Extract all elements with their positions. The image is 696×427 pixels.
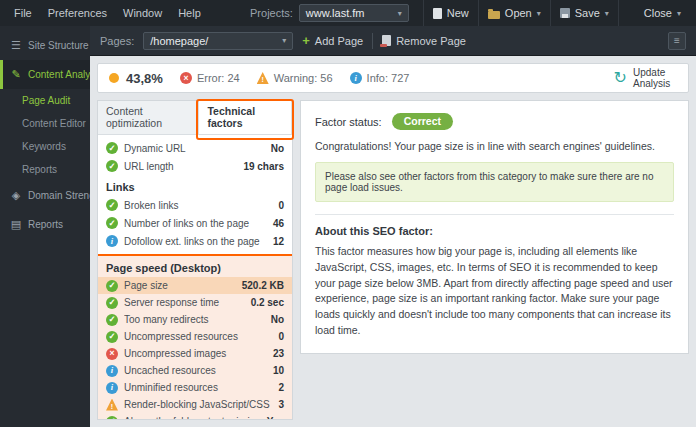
check-icon: ✓ [106,199,118,211]
chevron-down-icon: ▾ [398,9,402,18]
page-select[interactable]: /homepage/ ▾ [143,32,293,50]
panels: Content optimizationTechnical factors ✓D… [97,100,689,420]
sidebar-item-site-structure[interactable]: ☰Site Structure [0,31,90,60]
project-select-value: www.last.fm [306,7,365,19]
factor-row-unminified-resources[interactable]: iUnminified resources2 [98,379,292,396]
factor-row-uncached-resources[interactable]: iUncached resources10 [98,362,292,379]
factor-row-url-length[interactable]: ✓URL length19 chars [98,157,292,175]
plus-icon: + [302,34,310,47]
factor-label: Dofollow ext. links on the page [124,236,267,247]
pages-toolbar: Pages: /homepage/ ▾ + Add Page Remove Pa… [90,26,696,56]
factor-row-page-size[interactable]: ✓Page size520.2 KB [98,277,292,294]
main-area: Pages: /homepage/ ▾ + Add Page Remove Pa… [90,26,696,427]
sidebar-item-reports[interactable]: ▤Reports [0,210,90,239]
check-icon: ✓ [106,160,118,172]
score-value: 43,8% [126,71,163,86]
factor-value: 2 [278,382,284,393]
info-icon: i [106,365,118,377]
factor-group-page-speed-desktop: Page speed (Desktop)✓Page size520.2 KB✓S… [98,256,292,419]
remove-page-label: Remove Page [396,35,466,47]
tab-content-optimization[interactable]: Content optimization [98,101,199,134]
projects-area: Projects: www.last.fm ▾ NewOpen▾Save▾Clo… [250,0,690,26]
factor-row-uncompressed-resources[interactable]: ✓Uncompressed resources0 [98,328,292,345]
factor-list: ✓Dynamic URLNo✓URL length19 charsLinks✓B… [98,135,292,419]
factor-label: URL length [124,161,237,172]
content-area: 43,8% ×Error: 24!Warning: 56iInfo: 727 ↻… [90,56,696,427]
update-analysis-label: Update Analysis [633,67,677,90]
sidebar-item-content-analysis[interactable]: ✎Content Analysis [0,60,90,89]
factor-value: 12 [273,236,284,247]
factor-label: Number of links on the page [124,218,267,229]
status-badge: Correct [392,113,453,130]
status-stats: ×Error: 24!Warning: 56iInfo: 727 [180,72,410,84]
factor-label: Unminified resources [124,382,272,393]
menu-file[interactable]: File [6,7,40,19]
status-stat-error: ×Error: 24 [180,72,240,84]
save-button[interactable]: Save▾ [550,0,618,26]
panel-toggle-icon[interactable]: ≡ [668,32,686,50]
factor-row-uncompressed-images[interactable]: ×Uncompressed images23 [98,345,292,362]
sidebar-subitem-content-editor[interactable]: Content Editor [0,112,90,135]
close-button[interactable]: Close▾ [618,0,690,26]
sidebar-item-domain-strength[interactable]: ◈Domain Strength [0,181,90,210]
open-folder-icon [488,11,500,19]
factor-label: Uncached resources [124,365,267,376]
sidebar-subitem-keywords[interactable]: Keywords [0,135,90,158]
note-box: Please also see other factors from this … [315,162,674,202]
factor-row-dofollow-ext-links-on-the-page[interactable]: iDofollow ext. links on the page12 [98,232,292,250]
factor-value: 0 [278,200,284,211]
app-body: ☰Site Structure✎Content AnalysisPage Aud… [0,26,696,427]
factor-tabs: Content optimizationTechnical factors [98,101,292,135]
factor-group-title: Links [98,175,292,196]
tab-label: Technical factors [207,105,255,129]
site-structure-icon: ☰ [10,39,22,52]
menu-help[interactable]: Help [170,7,209,19]
tab-technical-factors[interactable]: Technical factors [199,101,292,134]
chevron-down-icon: ▾ [677,9,681,18]
pages-label: Pages: [100,35,134,47]
project-select[interactable]: www.last.fm ▾ [299,4,409,22]
sidebar-subitem-page-audit[interactable]: Page Audit [0,89,90,112]
factor-label: Uncompressed resources [124,331,272,342]
update-analysis-button[interactable]: ↻ Update Analysis [614,67,677,90]
check-icon: ✓ [106,331,118,343]
remove-page-button[interactable]: Remove Page [382,35,466,47]
factor-row-broken-links[interactable]: ✓Broken links0 [98,196,292,214]
add-page-button[interactable]: + Add Page [302,34,363,47]
factor-row-too-many-redirects[interactable]: ✓Too many redirectsNo [98,311,292,328]
factors-panel: Content optimizationTechnical factors ✓D… [97,100,293,420]
factor-value: No [271,314,284,325]
new-document-icon [433,8,442,19]
factor-group: ✓Dynamic URLNo✓URL length19 chars [98,139,292,175]
remove-page-icon [382,35,391,46]
chevron-down-icon: ▾ [282,36,286,45]
check-icon: ✓ [106,280,118,292]
score-dot-icon [109,73,119,83]
factor-value: 10 [273,365,284,376]
open-button[interactable]: Open▾ [478,0,550,26]
tab-label: Content optimization [106,105,162,129]
factor-row-dynamic-url[interactable]: ✓Dynamic URLNo [98,139,292,157]
factor-row-above-the-fold-content-prioritized[interactable]: ✓Above-the-fold content prioritizedYes [98,413,292,419]
chevron-down-icon: ▾ [537,9,541,18]
menu-preferences[interactable]: Preferences [40,7,115,19]
factor-label: Uncompressed images [124,348,267,359]
factor-value: No [271,143,284,154]
check-icon: ✓ [106,416,118,420]
factor-value: 0 [278,331,284,342]
status-stat-label: Error: 24 [197,72,240,84]
check-icon: ✓ [106,142,118,154]
check-icon: ✓ [106,217,118,229]
new-button[interactable]: New [423,0,478,26]
factor-row-number-of-links-on-the-page[interactable]: ✓Number of links on the page46 [98,214,292,232]
factor-row-server-response-time[interactable]: ✓Server response time0.2 sec [98,294,292,311]
factor-row-render-blocking-javascript-css[interactable]: !Render-blocking JavaScript/CSS3 [98,396,292,413]
factor-label: Too many redirects [124,314,265,325]
window-buttons: NewOpen▾Save▾Close▾ [423,0,690,26]
menu-window[interactable]: Window [115,7,170,19]
button-label: Save [575,7,600,19]
app-window: FilePreferencesWindowHelp Projects: www.… [0,0,696,427]
sidebar-subitem-reports[interactable]: Reports [0,158,90,181]
warning-icon: ! [257,72,269,84]
status-stat-warning: !Warning: 56 [257,72,333,84]
